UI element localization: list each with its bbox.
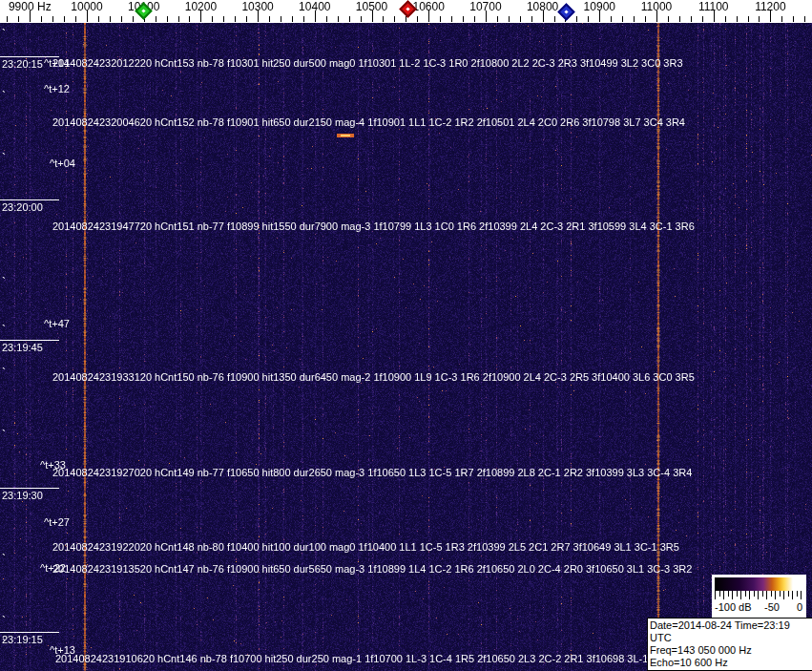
freq-tick — [417, 16, 418, 22]
detection-line: 20140824232012220 hCnt153 nb-78 f10301 h… — [52, 57, 683, 69]
freq-tick — [167, 16, 168, 22]
freq-tick — [189, 16, 190, 22]
db-tick — [766, 591, 767, 599]
marker-core — [141, 9, 145, 12]
detection-line: 20140824231910620 hCnt146 nb-78 f10700 h… — [55, 653, 665, 664]
freq-tick — [349, 16, 350, 22]
freq-tick — [156, 16, 156, 22]
time-label: 23:19:30 — [2, 490, 43, 501]
db-label-mid: -50 — [764, 601, 780, 613]
freq-tick — [804, 16, 805, 22]
left-time-tick: ` — [2, 556, 6, 562]
db-tick — [780, 591, 781, 597]
freq-tick — [52, 16, 53, 22]
freq-tick — [440, 16, 441, 22]
db-tick — [719, 591, 720, 597]
db-tick — [715, 591, 716, 599]
db-label-max: 0 — [797, 601, 802, 613]
db-tick — [801, 591, 802, 599]
db-tick — [740, 591, 741, 599]
meteor-spectrogram-screen: 9900 Hz100001010010200103001040010500106… — [0, 0, 812, 671]
event-marker: ^t+27 — [44, 516, 70, 528]
marker-core — [564, 10, 568, 13]
db-tick — [745, 591, 746, 597]
time-tick-line — [0, 340, 59, 341]
time-tick-line — [0, 632, 59, 633]
freq-tick — [611, 16, 612, 22]
freq-tick — [622, 16, 623, 22]
freq-tick — [793, 16, 794, 22]
freq-tick — [634, 16, 635, 22]
freq-tick — [656, 10, 657, 22]
db-label-min: -100 dB — [715, 601, 752, 613]
freq-tick — [258, 10, 259, 22]
event-marker: ^t+12 — [44, 83, 70, 94]
left-time-tick: ` — [2, 619, 6, 624]
freq-tick — [292, 16, 293, 22]
freq-tick — [212, 16, 213, 22]
freq-tick — [691, 16, 692, 22]
freq-tick — [75, 16, 76, 22]
freq-tick — [509, 16, 510, 22]
freq-tick — [463, 16, 464, 22]
freq-tick — [770, 10, 771, 22]
db-tick — [762, 591, 763, 597]
db-tick — [792, 591, 793, 599]
event-marker: ^t+04 — [50, 157, 75, 169]
db-tick — [732, 591, 733, 599]
freq-tick — [497, 16, 498, 22]
freq-tick — [520, 16, 521, 22]
freq-tick — [737, 16, 738, 22]
db-tick — [737, 591, 738, 597]
freq-tick — [702, 16, 703, 22]
db-tick — [723, 591, 724, 599]
freq-tick — [7, 16, 8, 22]
freq-tick — [269, 16, 270, 22]
freq-tick — [98, 16, 99, 22]
freq-tick — [372, 10, 373, 22]
freq-tick — [474, 16, 475, 22]
detection-line: 20140824231947720 hCnt151 nb-77 f10899 h… — [52, 220, 695, 232]
left-time-tick: ` — [2, 432, 6, 438]
freq-tick — [531, 16, 532, 22]
freq-tick — [428, 10, 429, 22]
freq-tick — [759, 16, 760, 22]
freq-tick — [121, 16, 122, 22]
freq-tick — [599, 10, 600, 22]
left-time-tick: ` — [2, 641, 6, 647]
db-tick — [771, 591, 772, 597]
freq-tick — [543, 10, 544, 22]
detection-line: 20140824231913520 hCnt147 nb-76 f10900 h… — [52, 563, 692, 575]
db-color-legend: -100 dB -50 0 — [712, 575, 806, 619]
left-time-tick: ` — [2, 370, 6, 376]
detection-line: 20140824232004620 hCnt152 nb-78 f10901 h… — [52, 116, 685, 128]
db-tick — [775, 591, 776, 599]
db-gradient-bar — [715, 577, 802, 591]
freq-tick — [133, 16, 134, 22]
status-info-box: Date=2014-08-24 Time=23:19 UTC Freq=143 … — [647, 618, 812, 671]
time-label: 23:19:45 — [2, 342, 43, 353]
left-time-tick: ` — [2, 280, 6, 285]
freq-tick — [326, 16, 327, 22]
db-tick — [788, 591, 789, 597]
freq-tick — [588, 16, 589, 22]
freq-tick — [246, 16, 247, 22]
freq-tick — [41, 16, 42, 22]
time-tick-line — [0, 488, 59, 489]
db-tick — [758, 591, 759, 599]
left-time-tick: ` — [2, 31, 6, 37]
freq-tick — [30, 10, 31, 22]
freq-tick — [200, 10, 201, 22]
freq-tick — [781, 16, 782, 22]
time-label: 23:20:15 — [2, 58, 43, 70]
freq-tick — [668, 16, 669, 22]
freq-tick — [110, 16, 111, 22]
marker-core — [406, 7, 409, 10]
freq-tick — [554, 16, 555, 22]
freq-tick — [714, 10, 715, 22]
freq-tick — [486, 10, 487, 22]
freq-tick — [361, 16, 362, 22]
freq-tick — [223, 16, 224, 22]
left-time-tick: ` — [2, 94, 6, 99]
info-date-time: Date=2014-08-24 Time=23:19 UTC — [650, 619, 811, 644]
